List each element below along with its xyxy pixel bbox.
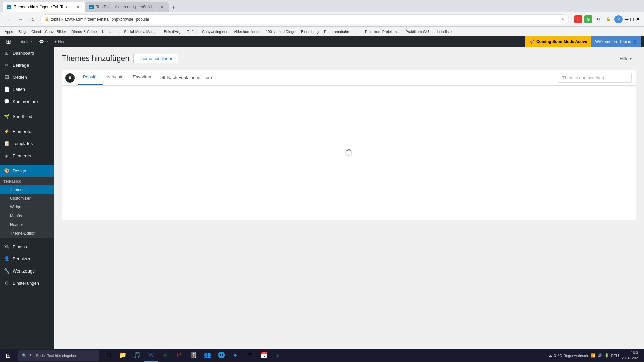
taskbar-app-mail[interactable]: ✉ <box>243 349 256 362</box>
ext-icon-1[interactable]: 🔴 <box>574 15 582 23</box>
sidebar-item-elementor[interactable]: ⚡ Elementor <box>0 125 54 137</box>
bookmark-kursideen[interactable]: Kursideen <box>100 29 121 34</box>
sidebar-item-dashboard[interactable]: ⊞ Dashboard <box>0 47 54 59</box>
coming-soon-badge[interactable]: 🚀 Coming Soon Mode Active <box>525 36 591 47</box>
filter-tab-popular[interactable]: Populär <box>78 70 103 85</box>
sidebar-item-seiten[interactable]: 📄 Seiten <box>0 83 54 95</box>
sidebar-item-design[interactable]: 🎨 Design <box>0 165 54 177</box>
address-bar[interactable]: 🔒 tobitalk.at/wp-admin/theme-install.php… <box>40 14 569 24</box>
taskbar-right: ☁ 31°C Regenwahrsch. 📶 🔊 🔋 DEU 16:01 28.… <box>548 350 644 361</box>
theme-search-input[interactable] <box>558 73 632 83</box>
tab-favicon-wp2: W <box>89 5 94 9</box>
taskbar-app-powerpoint[interactable]: P <box>172 349 186 362</box>
sidebar-item-plugins[interactable]: 🔌 Plugins <box>0 241 54 253</box>
bookmark-social[interactable]: Social Media Mana... <box>122 29 161 34</box>
bookmark-panoramabahn[interactable]: Panoramabahn und... <box>322 29 362 34</box>
ext-icon-4[interactable]: 🔒 <box>604 15 612 23</box>
sidebar-item-elements[interactable]: ◈ Elements <box>0 149 54 162</box>
submenu-item-widgets[interactable]: Widgets <box>0 203 54 212</box>
bookmark-apps[interactable]: Apps <box>3 29 15 34</box>
bookmark-copywriting[interactable]: Copywriting neu <box>200 29 230 34</box>
submenu-item-header[interactable]: Header <box>0 220 54 229</box>
admin-bar-site-name[interactable]: TobiTalk <box>14 36 36 47</box>
wp-admin-bar: ⊞ TobiTalk 💬 0 + Neu 🚀 Coming Soon Mode … <box>0 36 644 47</box>
bookmark-leseliste[interactable]: Leseliste <box>435 29 454 34</box>
taskbar-app-teams[interactable]: 👥 <box>201 349 214 362</box>
submenu-item-menus[interactable]: Menüs <box>0 212 54 220</box>
sidebar-item-beitraege[interactable]: ✏ Beiträge <box>0 59 54 71</box>
bookmark-praktikum-wu[interactable]: Praktikum WU <box>403 29 431 34</box>
bookmark-blog[interactable]: Blog <box>16 29 28 34</box>
sidebar-item-benutzer[interactable]: 👤 Benutzer <box>0 253 54 265</box>
forward-button[interactable]: → <box>16 15 25 24</box>
back-button[interactable]: ← <box>4 15 13 24</box>
comments-count: 0 <box>45 39 48 44</box>
bookmark-bois[interactable]: Bois d'Argent Duft... <box>162 29 199 34</box>
theme-search[interactable] <box>554 70 636 85</box>
sidebar-item-einstellungen[interactable]: ⚙ Einstellungen <box>0 277 54 289</box>
sidebar-separator-1 <box>0 109 54 109</box>
profile-icon[interactable]: P <box>614 15 623 23</box>
sidebar-item-templates[interactable]: 📋 Templates <box>0 137 54 149</box>
filter-tab-newest[interactable]: Neueste <box>103 70 128 85</box>
help-label: Hilfe <box>620 56 628 61</box>
admin-bar-comments[interactable]: 💬 0 <box>36 36 51 47</box>
sidebar-label-dashboard: Dashboard <box>13 51 34 56</box>
browser-chrome: W Themes hinzufügen ‹ TobiTalk — ✕ W Tob… <box>0 0 644 27</box>
maximize-button[interactable]: □ <box>630 16 634 22</box>
bookmarks-bar: Apps Blog Cload – Canva Bilder Dinner & … <box>0 27 644 36</box>
bookmark-dinner[interactable]: Dinner & Crime <box>69 29 99 34</box>
upload-theme-button[interactable]: Theme hochladen <box>133 54 178 63</box>
sidebar-label-werkzeuge: Werkzeuge <box>13 268 35 274</box>
start-button[interactable]: ⊞ <box>0 349 16 362</box>
filter-tab-feature-filter[interactable]: ⚙ Nach Funktionen filtern <box>157 70 217 85</box>
submenu-item-themes[interactable]: Themes <box>0 185 54 194</box>
help-button[interactable]: Hilfe ▾ <box>615 56 636 61</box>
bookmark-videokurs[interactable]: Videokurs Ideen <box>232 29 262 34</box>
submenu-item-customizer[interactable]: Customizer <box>0 194 54 203</box>
ext-icon-2[interactable]: G <box>584 15 592 23</box>
sidebar-label-plugins: Plugins <box>13 244 27 249</box>
sidebar-item-werkzeuge[interactable]: 🔧 Werkzeuge <box>0 265 54 277</box>
sidebar-item-medien[interactable]: 🖼 Medien <box>0 71 54 83</box>
taskbar-app-word[interactable]: W <box>144 349 158 362</box>
tab-close-button[interactable]: ✕ <box>75 4 81 10</box>
bookmark-label: Cload – Canva Bilder <box>31 29 66 34</box>
admin-bar-right: 🚀 Coming Soon Mode Active Willkommen, To… <box>525 36 641 47</box>
ext-icon-3[interactable]: ⚙ <box>594 15 602 23</box>
admin-bar-new[interactable]: + Neu <box>51 36 69 47</box>
taskbar-app-taskview[interactable]: ⧉ <box>102 349 115 362</box>
close-button[interactable]: ✕ <box>636 16 640 22</box>
taskbar-app-winamp[interactable]: 🎵 <box>130 349 144 362</box>
tab-active[interactable]: W Themes hinzufügen ‹ TobiTalk — ✕ <box>3 2 85 12</box>
wp-logo-button[interactable]: ⊞ <box>3 36 14 47</box>
welcome-item[interactable]: Willkommen, Tobias 👤 <box>591 36 641 47</box>
taskbar-app-chrome[interactable]: ● <box>229 349 242 362</box>
seedprod-icon: 🌱 <box>3 113 10 120</box>
sidebar-item-seedprod[interactable]: 🌱 SeedProd <box>0 110 54 122</box>
tab-close-button-2[interactable]: ✕ <box>159 4 165 10</box>
filter-tab-feature-label: Nach Funktionen filtern <box>167 75 212 80</box>
bookmark-label: Dinner & Crime <box>71 29 97 34</box>
reload-button[interactable]: ↻ <box>28 15 38 24</box>
taskbar-app-edge[interactable]: 🌐 <box>215 349 228 362</box>
taskbar-app-onenote[interactable]: 📓 <box>186 349 200 362</box>
taskbar-search[interactable]: 🔍 Zur Suche Text hier eingeben <box>18 350 99 361</box>
taskbar-app-excel[interactable]: X <box>158 349 172 362</box>
bookmark-cload[interactable]: Cload – Canva Bilder <box>29 29 68 34</box>
sidebar-item-kommentare[interactable]: 💬 Kommentare <box>0 95 54 107</box>
filter-tab-favorites[interactable]: Favoriten <box>128 70 156 85</box>
taskbar-app-explorer[interactable]: 📁 <box>116 349 129 362</box>
bookmark-bloomberg[interactable]: Bloomberg <box>299 29 321 34</box>
new-tab-button[interactable]: + <box>169 3 178 12</box>
taskbar-app-cal[interactable]: 📅 <box>257 349 270 362</box>
taskbar-app-spotify[interactable]: ♪ <box>271 349 284 362</box>
sidebar-label-beitraege: Beiträge <box>13 63 29 68</box>
bookmark-100schoene[interactable]: 100 schöne Dinge <box>264 29 298 34</box>
sidebar-label-elements: Elements <box>13 153 31 158</box>
bookmark-praktikum[interactable]: Praktikum Projektm... <box>363 29 402 34</box>
tab-inactive[interactable]: W TobiTalk – Aktien und persönlich... ✕ <box>85 2 169 12</box>
minimize-button[interactable]: ─ <box>625 16 628 22</box>
submenu-item-theme-editor[interactable]: Theme-Editor <box>0 229 54 238</box>
sidebar-label-seiten: Seiten <box>13 87 25 92</box>
